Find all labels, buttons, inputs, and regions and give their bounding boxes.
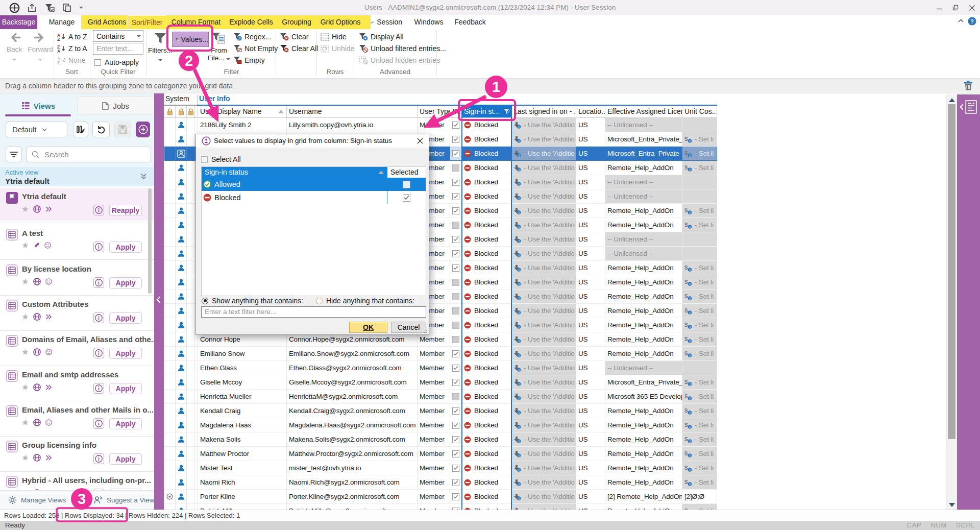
cell-selected[interactable] <box>450 304 462 318</box>
cell-sign-in-status[interactable]: Blocked <box>462 290 511 304</box>
cell-user-display-name[interactable]: Mister Test <box>198 461 287 475</box>
view-card[interactable]: Hybrid - All users, including on-pr... A… <box>0 472 154 490</box>
cell-row-indicator[interactable] <box>164 432 176 447</box>
collapse-ribbon-icon[interactable] <box>958 19 964 22</box>
view-info-button[interactable] <box>93 453 104 464</box>
cell-effective-license[interactable]: -- Unlicensed -- <box>605 189 682 204</box>
selected-checkbox[interactable] <box>452 222 459 229</box>
selected-checkbox[interactable] <box>452 379 459 386</box>
cell-lock-3[interactable] <box>187 347 195 361</box>
cell-unit-cost[interactable]: Si- Set li <box>682 275 717 290</box>
auto-apply-checkbox[interactable]: Auto-apply <box>94 57 139 68</box>
a-to-z-button[interactable]: AZA to Z <box>57 31 87 42</box>
cell-user-icon[interactable] <box>176 261 187 275</box>
values-button[interactable]: Values... <box>172 32 209 47</box>
cell-row-indicator[interactable] <box>164 189 176 204</box>
selected-checkbox[interactable] <box>452 179 459 186</box>
view-card[interactable]: Domains of Email, Aliases and othe... Ap… <box>0 331 154 364</box>
cell-effective-license[interactable]: Remote_Help_AddOn <box>605 161 682 175</box>
save-view-button[interactable] <box>114 122 131 137</box>
cell-selected[interactable] <box>450 290 462 304</box>
view-card[interactable]: Custom Attributes Apply <box>0 296 154 328</box>
cell-unit-cost[interactable] <box>682 189 717 204</box>
scroll-down-icon[interactable] <box>949 503 955 507</box>
cell-effective-license[interactable]: Remote_Help_AddOn <box>605 218 682 232</box>
add-view-button[interactable] <box>136 122 150 137</box>
cell-row-indicator[interactable] <box>164 161 176 175</box>
selected-checkbox[interactable] <box>452 193 459 200</box>
selected-checkbox[interactable] <box>452 293 459 300</box>
cell-selected[interactable] <box>450 189 462 204</box>
cell-unit-cost[interactable]: Si- Set li <box>682 132 717 147</box>
maximize-button[interactable] <box>950 2 961 13</box>
cell-last-signed-in[interactable]: i- Use the 'Additio <box>511 475 576 490</box>
cell-effective-license[interactable]: Remote_Help_AddOn <box>605 461 682 475</box>
column-header-s[interactable]: S... <box>450 106 462 117</box>
cell-lock-3[interactable] <box>187 432 195 447</box>
tab-feedback[interactable]: Feedback <box>452 15 488 29</box>
cell-sign-in-status[interactable]: Blocked <box>462 175 511 189</box>
cell-user-icon[interactable] <box>176 347 187 361</box>
cell-last-signed-in[interactable]: i- Use the 'Additio <box>511 218 576 232</box>
view-card[interactable]: Group licensing info Apply <box>0 437 154 469</box>
tab-manage[interactable]: Manage <box>42 15 82 29</box>
cell-unit-cost[interactable]: Si- Set li <box>682 332 717 347</box>
cell-user-icon[interactable] <box>176 390 187 404</box>
show-contains-radio[interactable]: Show anything that contains: <box>202 297 303 305</box>
cell-user-type[interactable]: Member <box>418 390 450 404</box>
cell-unit-cost[interactable]: Si- Set li <box>682 461 717 475</box>
cell-user-icon[interactable] <box>176 418 187 432</box>
cell-username[interactable]: Ethen.Glass@sygx2.onmicrosoft.com <box>287 361 418 375</box>
unload-filtered-button[interactable]: Unload filtered entries... <box>359 43 446 54</box>
selected-checkbox[interactable] <box>452 164 459 172</box>
cell-username[interactable]: Porter.Kline@sygx2.onmicrosoft.com <box>287 490 418 504</box>
grid-row[interactable]: Matthew Proctor Matthew.Proctor@sygx2.on… <box>164 447 717 461</box>
column-header-last-signed-in[interactable]: Last signed in on - ... <box>511 106 576 117</box>
cell-location[interactable]: US <box>576 418 605 432</box>
cell-sign-in-status[interactable]: Blocked <box>462 161 511 175</box>
cell-unit-cost[interactable] <box>682 232 717 247</box>
selected-checkbox[interactable] <box>452 322 459 329</box>
cell-sign-in-status[interactable]: Blocked <box>462 432 511 447</box>
cell-last-signed-in[interactable]: i- Use the 'Additio <box>511 447 576 461</box>
tab-session[interactable]: Session <box>371 15 402 29</box>
cell-user-display-name[interactable]: Matthew Proctor <box>198 447 287 461</box>
column-header-username[interactable]: Username <box>287 106 418 117</box>
cell-sign-in-status[interactable]: Blocked <box>462 261 511 275</box>
grid-row[interactable]: Patrick Mills Patrick.Mills@sygx2.onmicr… <box>164 504 717 510</box>
cell-unit-cost[interactable]: Si- Set li <box>682 147 717 161</box>
cell-location[interactable]: US <box>576 275 605 290</box>
cell-lock-3[interactable] <box>187 361 195 375</box>
qat-dropdown-caret-icon[interactable] <box>79 7 83 9</box>
selected-checkbox[interactable] <box>452 250 459 257</box>
column-header-lock-2[interactable] <box>176 106 187 117</box>
cell-user-icon[interactable] <box>176 504 187 510</box>
cell-sign-in-status[interactable]: Blocked <box>462 332 511 347</box>
cell-row-indicator[interactable] <box>164 418 176 432</box>
cell-last-signed-in[interactable]: i- Use the 'Additio <box>511 375 576 390</box>
cell-sign-in-status[interactable]: Blocked <box>462 304 511 318</box>
cell-user-icon[interactable] <box>176 318 187 332</box>
cell-sign-in-status[interactable]: Blocked <box>462 218 511 232</box>
cell-user-display-name[interactable]: Henrietta Mueller <box>198 390 287 404</box>
close-icon[interactable] <box>415 136 425 146</box>
cell-selected[interactable] <box>450 332 462 347</box>
cell-user-display-name[interactable]: Emiliano Snow <box>198 347 287 361</box>
apply-view-button[interactable]: Apply <box>109 348 142 359</box>
filter-check-icon[interactable] <box>44 3 55 13</box>
cell-last-signed-in[interactable]: i- Use the 'Additio <box>511 275 576 290</box>
cell-last-signed-in[interactable]: i- Use the 'Additio <box>511 461 576 475</box>
cell-effective-license[interactable]: Microsoft 365 E5 Develop <box>605 390 682 404</box>
cell-sign-in-status[interactable]: Blocked <box>462 232 511 247</box>
cell-location[interactable]: US <box>576 147 605 161</box>
regex-button[interactable]: .*Regex... <box>233 31 271 42</box>
tab-explode-cells[interactable]: Explode Cells <box>229 15 274 29</box>
ok-button[interactable]: OK <box>349 322 387 333</box>
cell-last-signed-in[interactable]: i- Use the 'Additio <box>511 261 576 275</box>
cell-last-signed-in[interactable]: i- Use the 'Additio <box>511 390 576 404</box>
cell-sign-in-status[interactable]: Blocked <box>462 504 511 510</box>
cell-location[interactable]: US <box>576 304 605 318</box>
cell-row-indicator[interactable] <box>164 318 176 332</box>
cell-lock-3[interactable] <box>187 175 195 189</box>
sidebar-splitter[interactable] <box>154 93 164 510</box>
